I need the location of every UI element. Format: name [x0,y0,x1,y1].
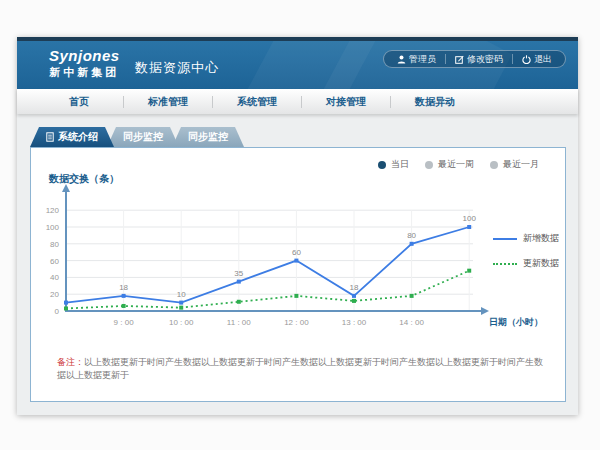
y-tick-label: 60 [50,257,59,266]
legend-line-sample [493,238,517,240]
logout-button[interactable]: 退出 [513,53,561,66]
footnote: 备注：以上数据更新于时间产生数据以上数据更新于时间产生数据以上数据更新于时间产生… [57,356,547,382]
data-point [467,225,471,229]
y-tick-label: 40 [50,273,59,282]
data-point [179,306,183,310]
data-point-label: 10 [177,290,186,299]
document-icon [46,132,54,142]
logo-text-en: Synjones [49,47,120,64]
data-point [410,242,414,246]
user-icon [397,55,406,64]
data-point [64,301,68,305]
logo-text-cn: 新中新集团 [49,65,120,80]
data-point-label: 18 [119,283,128,292]
tab-label: 系统介绍 [58,127,98,147]
admin-user-button[interactable]: 管理员 [388,53,445,66]
legend-label: 新增数据 [523,232,559,245]
x-tick-label: 10 : 00 [169,318,194,327]
data-point [237,300,241,304]
data-point-label: 18 [350,283,359,292]
data-point [237,280,241,284]
line-chart: 0204060801001209 : 0010 : 0011 : 0012 : … [31,148,565,338]
data-point-label: 100 [463,214,477,223]
page: Synjones 新中新集团 数据资源中心 管理员 修改密码 退出 首页 标准管… [17,37,578,415]
legend-item-updated-data: 更新数据 [493,257,559,270]
change-password-label: 修改密码 [467,53,503,66]
data-point-label: 80 [407,231,416,240]
page-title: 数据资源中心 [135,59,219,77]
legend-label: 更新数据 [523,257,559,270]
content-area: 系统介绍 同步监控 同步监控 当日 最近一周 [17,114,578,415]
y-tick-label: 100 [46,223,60,232]
data-point [352,294,356,298]
tab-sync-monitor-2[interactable]: 同步监控 [172,127,244,147]
legend-line-sample [493,263,517,265]
nav-item-standard-management[interactable]: 标准管理 [124,95,212,109]
user-toolbar: 管理员 修改密码 退出 [383,50,566,68]
data-point [294,259,298,263]
data-point [64,306,68,310]
x-axis-title: 日期（小时） [489,317,543,327]
x-tick-label: 9 : 00 [114,318,135,327]
data-point-label: 60 [292,248,301,257]
main-nav: 首页 标准管理 系统管理 对接管理 数据异动 [17,89,578,114]
data-point [122,294,126,298]
y-tick-label: 80 [50,240,59,249]
change-password-button[interactable]: 修改密码 [446,53,512,66]
nav-item-interface-management[interactable]: 对接管理 [302,95,390,109]
admin-user-label: 管理员 [409,53,436,66]
chart-legend: 新增数据 更新数据 [493,232,559,270]
x-tick-label: 13 : 00 [342,318,367,327]
data-point-label: 35 [234,269,243,278]
y-axis-arrow [62,184,70,192]
y-tick-label: 0 [55,307,60,316]
data-point [410,294,414,298]
x-tick-label: 14 : 00 [399,318,424,327]
chart-panel: 当日 最近一周 最近一月 数据交换（条） 0204060801001209 : … [30,147,566,402]
logout-label: 退出 [534,53,552,66]
nav-item-system-management[interactable]: 系统管理 [213,95,301,109]
footnote-text: 以上数据更新于时间产生数据以上数据更新于时间产生数据以上数据更新于时间产生数据以… [57,357,543,380]
data-point [467,269,471,273]
data-point [122,304,126,308]
tab-bar: 系统介绍 同步监控 同步监控 [30,127,237,147]
legend-item-new-data: 新增数据 [493,232,559,245]
power-icon [522,55,531,64]
tab-label: 同步监控 [123,127,163,147]
data-point [352,299,356,303]
footnote-label: 备注： [57,357,84,367]
nav-item-data-change[interactable]: 数据异动 [391,95,479,109]
x-axis-arrow [481,307,489,315]
data-point [294,294,298,298]
data-point [179,301,183,305]
nav-item-home[interactable]: 首页 [35,95,123,109]
tab-label: 同步监控 [188,127,228,147]
x-tick-label: 11 : 00 [227,318,251,327]
edit-icon [455,55,464,64]
y-tick-label: 20 [50,290,59,299]
tab-system-intro[interactable]: 系统介绍 [30,127,114,147]
y-tick-label: 120 [46,206,60,215]
x-tick-label: 12 : 00 [284,318,309,327]
tab-sync-monitor-1[interactable]: 同步监控 [107,127,179,147]
header: Synjones 新中新集团 数据资源中心 管理员 修改密码 退出 [17,41,578,89]
company-logo: Synjones 新中新集团 [49,47,120,80]
